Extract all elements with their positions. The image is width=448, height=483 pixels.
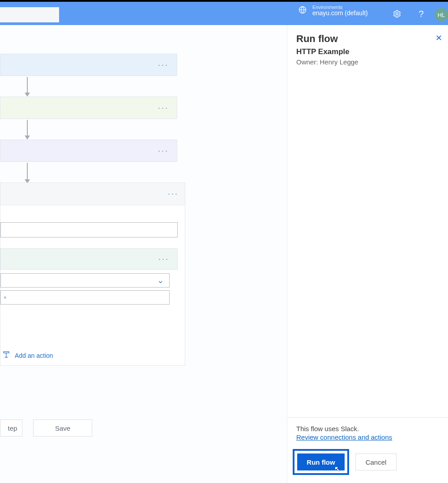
environment-picker[interactable]: Environments enayu.com (default) [298,4,368,17]
more-icon[interactable]: ··· [158,60,169,70]
svg-rect-2 [4,352,9,353]
more-icon[interactable]: ··· [168,189,179,199]
environment-text: Environments enayu.com (default) [312,4,368,17]
add-action-button[interactable]: Add an action [2,351,53,360]
save-button[interactable]: Save [33,419,92,436]
cursor-icon: ↖ [334,465,340,473]
run-flow-panel: Run flow ✕ HTTP Example Owner: Henry Leg… [287,25,448,483]
flow-footer-buttons: tep Save [0,419,92,436]
flow-name: HTTP Example [296,47,439,56]
arrow-icon [27,163,28,182]
run-flow-button[interactable]: Run flow ↖ [297,453,345,470]
arrow-icon [27,120,28,139]
connections-info: This flow uses Slack. [296,425,439,432]
arrow-icon [27,77,28,96]
add-action-label: Add an action [15,352,53,359]
run-button-highlight: Run flow ↖ [293,449,349,475]
flow-step[interactable]: ··· [0,140,177,162]
flow-step-expanded: ··· ··· ⌄ × A [0,182,185,366]
more-icon[interactable]: ··· [158,146,169,156]
review-connections-link[interactable]: Review connections and actions [296,433,392,441]
flow-step-header[interactable]: ··· [0,183,185,205]
environment-value: enayu.com (default) [312,10,368,17]
settings-button[interactable] [392,9,402,19]
token-field[interactable]: × [0,290,170,305]
chip-remove-icon[interactable]: × [4,295,6,300]
add-action-icon [2,351,10,360]
app-header: Environments enayu.com (default) ? HL [0,2,448,25]
search-input[interactable] [0,7,59,22]
dropdown-field[interactable]: ⌄ [0,273,170,288]
svg-point-1 [396,13,398,15]
new-step-button[interactable]: tep [0,419,22,436]
cancel-button[interactable]: Cancel [355,453,397,470]
chevron-down-icon: ⌄ [157,275,164,285]
globe-icon [298,5,307,16]
panel-title: Run flow [296,33,439,45]
more-icon[interactable]: ··· [158,254,169,264]
more-icon[interactable]: ··· [158,103,169,113]
text-field[interactable] [0,222,178,237]
close-icon: ✕ [435,33,442,43]
close-button[interactable]: ✕ [432,31,445,45]
flow-step[interactable]: ··· [0,54,177,76]
avatar[interactable]: HL [435,8,448,21]
avatar-initials: HL [438,12,445,18]
flow-owner: Owner: Henry Legge [296,58,439,66]
help-button[interactable]: ? [416,9,426,19]
flow-step[interactable]: ··· [0,97,177,119]
flow-inner-step[interactable]: ··· [0,248,178,270]
